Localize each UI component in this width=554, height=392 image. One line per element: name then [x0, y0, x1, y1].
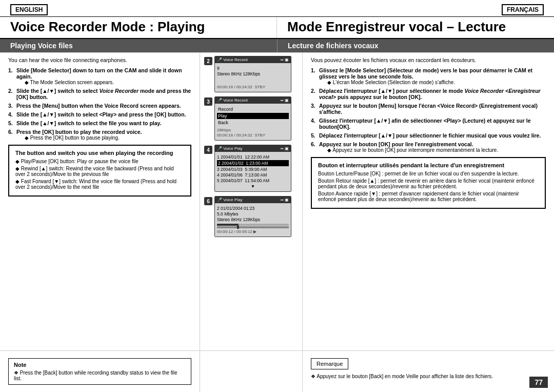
lang-francais: FRANÇAIS: [502, 4, 544, 15]
screen-block-2: 2 🎤 Voice Record ▪▪ ▣ 9 Stereo 8KHz 128K…: [204, 56, 298, 92]
remarque-text-fr: Appuyez sur le bouton [Back] en mode Vei…: [311, 374, 546, 379]
screen-header-6: 🎤 Voice Play ▪▪ ▣: [215, 197, 291, 203]
lang-english: ENGLISH: [10, 4, 48, 15]
screen-header-2: 🎤 Voice Record ▪▪ ▣: [215, 56, 291, 63]
step-fr-1: 1. Glissez le [Mode Selector] (Sélecteur…: [311, 67, 546, 85]
step-fr-3: 3. Appuyez sur le bouton [Menu] lorsque …: [311, 103, 546, 115]
step-en-5: 5. Slide the [▲/▼] switch to select the …: [8, 120, 191, 126]
step-note-1: The Mode Selection screen appears.: [16, 80, 191, 85]
step-en-2: 2. Slide the [▲/▼] switch to select Voic…: [8, 88, 191, 100]
screen-block-6: 6 🎤 Voice Play ▪▪ ▣ 2 01/01/2004 01:23 5…: [204, 196, 298, 237]
bottom-right: Remarque Appuyez sur le bouton [Back] en…: [303, 351, 554, 392]
note-title-en: Note: [14, 362, 186, 368]
special-box-title-en: The button and switch you use when playi…: [15, 150, 184, 156]
bottom-center-spacer: [200, 351, 303, 392]
device-screen-2: 🎤 Voice Record ▪▪ ▣ 9 Stereo 8KHz 128Kbp…: [214, 56, 291, 92]
screen-header-4: 🎤 Voice Play ▪▪ ▣: [215, 145, 291, 152]
section-header-fr: Lecture de fichiers vocaux: [277, 39, 554, 52]
device-screen-6: 🎤 Voice Play ▪▪ ▣ 2 01/01/2004 01:23 5.0…: [214, 196, 291, 237]
step-en-4: 4. Slide the [▲/▼] switch to select <Pla…: [8, 111, 191, 117]
main-area: You can hear the voice file connecting e…: [0, 53, 554, 350]
page-title-en: Voice Recorder Mode : Playing: [10, 19, 205, 34]
fr-note-1: L'écran Mode Selection (Sélection de mod…: [319, 80, 546, 85]
section-header-row: Playing Voice files Lecture de fichiers …: [0, 39, 554, 53]
fr-note-6: Appuyez sur le bouton [OK] pour interrom…: [319, 147, 498, 153]
special-box-title-fr: Bouton et interrupteur utilisés pendant …: [318, 162, 539, 168]
screen-block-4: 4 🎤 Voice Play ▪▪ ▣ 1 2004/01/01 12:22:0…: [204, 145, 298, 192]
progress-bar: [217, 224, 289, 226]
page-title-fr: Mode Enregistreur vocal – Lecture: [287, 19, 506, 34]
section-header-en: Playing Voice files: [0, 39, 277, 52]
remarque-title-fr: Remarque: [316, 361, 343, 367]
right-main: Vous pouvez écouter les fichiers vocaux …: [303, 53, 554, 350]
step-fr-5: 5. Déplacez l'interrupteur [▲/▼] pour sé…: [311, 132, 546, 139]
step-fr-6: 6. Appuyez sur le bouton [OK] pour lire …: [311, 141, 546, 153]
screen-block-3: 3 🎤 Voice Record ▪▪ ▣ Record Play Back 2…: [204, 96, 298, 141]
intro-text-en: You can hear the voice file connecting e…: [8, 57, 191, 63]
note-box-en: Note Press the [Back] button while recor…: [8, 358, 191, 385]
page: ENGLISH FRANÇAIS Voice Recorder Mode : P…: [0, 0, 554, 392]
step-en-3: 3. Press the [Menu] button when the Voic…: [8, 103, 191, 109]
special-box-en: The button and switch you use when playi…: [8, 145, 191, 197]
title-left: Voice Recorder Mode : Playing: [0, 17, 277, 38]
progress-fill: [217, 224, 239, 226]
step-note-6: Press the [OK] button to pause playing.: [16, 135, 142, 141]
title-right: Mode Enregistreur vocal – Lecture: [277, 17, 554, 38]
page-number: 77: [529, 377, 548, 388]
screen-header-3: 🎤 Voice Record ▪▪ ▣: [215, 97, 291, 104]
special-box-item-2: Rewind [▲] switch: Rewind the voice file…: [15, 166, 184, 177]
special-box-item-3: Fast Forward [▼] switch: Wind the voice …: [15, 179, 184, 190]
special-box-fr: Bouton et interrupteur utilisés pendant …: [311, 157, 546, 209]
device-screen-3: 🎤 Voice Record ▪▪ ▣ Record Play Back 28K…: [214, 96, 291, 141]
left-main: You can hear the voice file connecting e…: [0, 53, 200, 350]
title-row: Voice Recorder Mode : Playing Mode Enreg…: [0, 17, 554, 39]
step-fr-4: 4. Glissez l'interrupteur [▲/▼] afin de …: [311, 117, 546, 130]
language-header: ENGLISH FRANÇAIS: [0, 0, 554, 17]
device-screen-4: 🎤 Voice Play ▪▪ ▣ 1 2004/01/01 12:22:00 …: [214, 145, 291, 192]
special-box-item-1: Play/Pause [OK] button: Play or pause th…: [15, 159, 184, 164]
remarque-box-fr: Remarque: [311, 358, 348, 369]
intro-text-fr: Vous pouvez écouter les fichiers vocaux …: [311, 57, 546, 63]
step-en-1: 1. Slide [Mode Selector] down to turn on…: [8, 67, 191, 85]
bottom-left: Note Press the [Back] button while recor…: [0, 351, 200, 392]
step-fr-2: 2. Déplacez l'interrupteur [▲/▼] pour sé…: [311, 88, 546, 100]
note-text-en: Press the [Back] button while recording …: [14, 370, 186, 381]
center-screens: 2 🎤 Voice Record ▪▪ ▣ 9 Stereo 8KHz 128K…: [200, 53, 303, 350]
bottom-section: Note Press the [Back] button while recor…: [0, 350, 554, 392]
step-en-6: 6. Press the [OK] button to play the rec…: [8, 129, 191, 141]
